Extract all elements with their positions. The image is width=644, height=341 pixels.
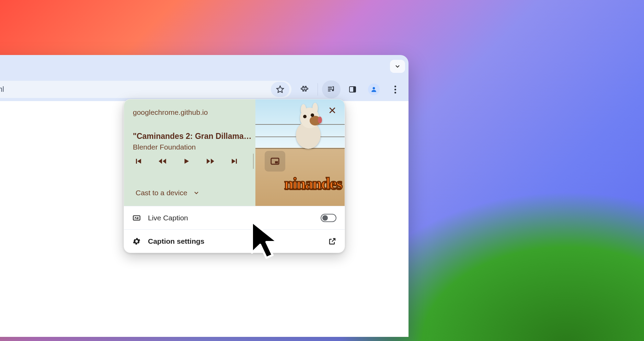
fast-forward-icon <box>206 157 215 166</box>
svg-marker-20 <box>163 158 166 164</box>
media-thumbnail-wordmark: ninandes <box>284 174 342 193</box>
toolbar-actions <box>294 80 404 98</box>
play-button[interactable] <box>179 154 194 169</box>
media-controls-button[interactable] <box>322 80 341 98</box>
svg-point-12 <box>303 115 307 118</box>
side-panel-button[interactable] <box>343 80 362 98</box>
media-source: googlechrome.github.io <box>133 108 252 117</box>
play-icon <box>183 157 190 165</box>
close-icon <box>328 106 337 115</box>
seek-backward-button[interactable] <box>155 154 170 169</box>
dismiss-media-button[interactable] <box>325 103 339 117</box>
svg-point-9 <box>301 104 306 115</box>
chevron-down-icon <box>193 189 200 196</box>
previous-track-button[interactable] <box>131 154 146 169</box>
svg-rect-17 <box>136 159 137 164</box>
address-bar-text: ession/video.html <box>0 85 271 94</box>
toolbar: ession/video.html <box>0 78 409 101</box>
svg-marker-19 <box>159 158 162 164</box>
live-caption-row: Live Caption <box>124 206 345 229</box>
svg-marker-18 <box>137 159 141 164</box>
cast-label: Cast to a device <box>136 189 187 197</box>
sidepanel-icon <box>348 85 357 94</box>
live-caption-label: Live Caption <box>148 214 314 222</box>
svg-rect-3 <box>328 90 331 91</box>
controls-separator <box>253 154 254 169</box>
picture-in-picture-button[interactable] <box>265 151 285 172</box>
chrome-menu-button[interactable] <box>386 80 404 98</box>
next-track-button[interactable] <box>227 154 242 169</box>
skip-next-icon <box>230 157 239 165</box>
puzzle-icon <box>300 85 308 94</box>
bookmark-button[interactable] <box>271 82 289 97</box>
chevron-down-icon <box>394 63 401 70</box>
svg-rect-2 <box>328 89 332 90</box>
live-caption-toggle[interactable] <box>321 214 336 222</box>
music-queue-icon <box>327 85 336 94</box>
rewind-icon <box>158 157 167 166</box>
svg-rect-25 <box>236 159 237 164</box>
media-card: ninandes googlechrome.github.io "Caminan… <box>124 99 345 206</box>
address-bar[interactable]: ession/video.html <box>0 81 291 98</box>
svg-point-6 <box>373 87 375 89</box>
toolbar-separator <box>318 83 318 96</box>
person-icon <box>370 86 377 93</box>
svg-point-10 <box>312 103 318 114</box>
extensions-button[interactable] <box>295 80 313 98</box>
cast-to-device-button[interactable]: Cast to a device <box>136 189 200 197</box>
svg-rect-28 <box>133 216 140 220</box>
caption-settings-row[interactable]: Caption settings <box>124 229 345 253</box>
media-title: "Caminandes 2: Gran Dillama" - Ble… <box>133 132 252 141</box>
media-artist: Blender Foundation <box>133 143 252 151</box>
vertical-dots-icon <box>394 86 396 94</box>
svg-rect-1 <box>328 87 332 88</box>
tab-strip <box>0 55 409 78</box>
svg-marker-21 <box>185 159 189 164</box>
svg-rect-5 <box>353 87 356 92</box>
profile-button[interactable] <box>365 80 383 98</box>
svg-rect-27 <box>275 161 278 163</box>
pip-icon <box>270 156 280 166</box>
svg-marker-0 <box>277 86 284 92</box>
svg-point-13 <box>311 113 314 117</box>
svg-marker-23 <box>211 158 214 164</box>
tab-search-button[interactable] <box>390 60 405 73</box>
media-controls <box>131 151 285 172</box>
media-meta: googlechrome.github.io "Caminandes 2: Gr… <box>133 108 252 151</box>
caption-settings-label: Caption settings <box>148 237 321 245</box>
media-control-popup: ninandes googlechrome.github.io "Caminan… <box>124 99 345 253</box>
svg-marker-24 <box>232 159 235 164</box>
gear-icon <box>132 237 141 246</box>
captions-icon <box>132 213 141 222</box>
seek-forward-button[interactable] <box>203 154 218 169</box>
avatar <box>368 84 380 95</box>
star-icon <box>276 85 284 94</box>
open-in-new-icon <box>328 237 336 245</box>
svg-point-14 <box>318 117 322 123</box>
svg-marker-22 <box>207 158 210 164</box>
chrome-window: ession/video.html <box>0 55 409 337</box>
skip-previous-icon <box>134 157 142 165</box>
